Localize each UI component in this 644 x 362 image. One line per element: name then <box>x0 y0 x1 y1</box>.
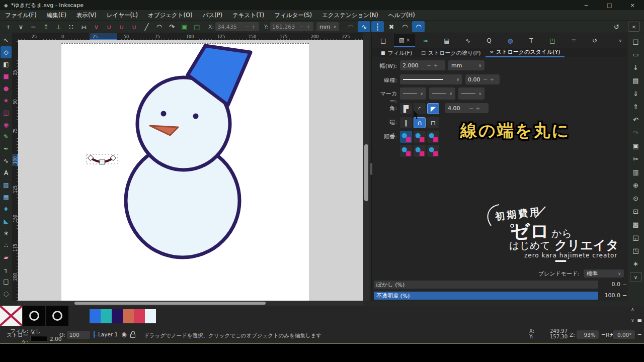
save-button[interactable]: ↓ <box>630 61 642 74</box>
horizontal-scrollbar-thumb[interactable] <box>74 302 266 305</box>
eraser-tool[interactable]: ▰ <box>1 251 12 263</box>
horizontal-scrollbar[interactable] <box>18 301 363 306</box>
marker-end-select[interactable]: ∨ <box>458 87 485 100</box>
fill-value[interactable]: なし <box>30 328 41 335</box>
connector-tool[interactable]: ┐ <box>1 263 12 276</box>
break-node-button[interactable]: − <box>27 21 40 32</box>
menu-item[interactable]: ヘルプ(H) <box>383 10 420 20</box>
snowman-right-eye[interactable] <box>193 114 199 119</box>
y-coordinate-field[interactable]: 161.263 − + <box>270 22 313 31</box>
menu-item[interactable]: フィルター(S) <box>269 10 317 20</box>
snap-options-icon[interactable]: ↺ <box>610 21 623 32</box>
swatches-tab[interactable]: ≈ <box>415 34 436 47</box>
node-tool[interactable]: ◇ <box>1 46 12 58</box>
tab-stroke-style[interactable]: ≍ ストロークのスタイル(Y) <box>486 48 564 57</box>
selector-tool[interactable]: ↖ <box>1 34 12 46</box>
menu-item[interactable]: オブジェクト(O) <box>143 10 198 20</box>
create-clone-button[interactable]: ◱ <box>630 231 642 244</box>
symmetric-node-button[interactable]: ∪ <box>115 21 128 32</box>
paint-bucket-tool[interactable]: ◣ <box>1 215 12 227</box>
corner-node-button[interactable]: ∨ <box>90 21 103 32</box>
join-bevel-button[interactable]: ▛ <box>400 103 412 114</box>
rotation-minus-button[interactable]: − <box>636 331 643 338</box>
pencil-tool[interactable]: ✎ <box>1 131 12 143</box>
color-swatch[interactable] <box>123 309 134 323</box>
menu-item[interactable]: ファイル(F) <box>0 10 42 20</box>
vertical-scrollbar[interactable] <box>363 40 369 301</box>
auto-node-button[interactable]: ∪ <box>128 21 140 32</box>
open-file-button[interactable]: ▭ <box>630 48 642 61</box>
dash-offset-plus-button[interactable]: + <box>489 76 495 83</box>
menu-item[interactable]: 編集(E) <box>42 10 71 20</box>
gradient-tool[interactable]: ▧ <box>1 179 12 191</box>
menu-item[interactable]: レイヤー(L) <box>102 10 143 20</box>
path-effects-tab[interactable]: ∿ <box>457 34 478 47</box>
miter-minus-button[interactable]: − <box>468 105 474 112</box>
tweak-tool[interactable]: ∗ <box>1 227 12 239</box>
color-swatch[interactable] <box>134 309 145 323</box>
zoom-field[interactable]: 93% <box>577 330 599 339</box>
snowman-drawing[interactable] <box>61 44 309 301</box>
copy-button[interactable]: ▣ <box>630 139 642 152</box>
ellipse-tool[interactable]: ● <box>1 82 12 95</box>
cap-butt-button[interactable]: ‖ <box>400 117 412 128</box>
redo-button[interactable]: ↷ <box>630 126 642 139</box>
dash-offset-field[interactable]: 0.00 − + <box>465 74 500 84</box>
transform-nodes-button[interactable]: ✖ <box>385 21 397 32</box>
palette-scroll-down-icon[interactable]: ∨ <box>631 318 634 323</box>
calligraphy-tool[interactable]: ∿ <box>1 155 12 167</box>
menu-item[interactable]: テキスト(T) <box>227 10 269 20</box>
dash-pattern-select[interactable]: ∨ <box>400 74 462 84</box>
stroke-width-field[interactable]: 2.000 − + <box>400 60 445 70</box>
vertical-scrollbar-thumb[interactable] <box>364 144 368 201</box>
align-distribute-tab[interactable]: ≡ <box>563 34 584 47</box>
tab-stroke-paint[interactable]: □ ストロークの塗り(P) <box>417 48 485 57</box>
shape-builder-tool[interactable]: ◧ <box>1 58 12 70</box>
stroke-color-swatch[interactable] <box>30 336 47 341</box>
unit-select[interactable]: mm ∨ <box>316 22 339 31</box>
join-nodes-button[interactable]: ↥ <box>40 21 52 32</box>
marker-mid-select[interactable]: ∨ <box>429 87 455 100</box>
palette-scroll-up-icon[interactable]: ∧ <box>631 307 634 312</box>
snap-toggle-button[interactable]: ∗ <box>630 257 642 270</box>
delete-segment-button[interactable]: ∷ <box>65 21 77 32</box>
color-swatch[interactable] <box>112 309 123 323</box>
dash-offset-minus-button[interactable]: − <box>482 76 489 83</box>
pen-tool[interactable]: ✒ <box>1 143 12 155</box>
more-dialogs-button[interactable]: ∨ <box>614 34 626 47</box>
object-to-path-button[interactable]: ▣ <box>178 21 191 32</box>
marker-start-select[interactable]: ∨ <box>400 87 426 100</box>
color-swatch[interactable] <box>101 309 112 323</box>
add-corners-lpe-button[interactable]: ↷ <box>166 21 178 32</box>
layer-lock-icon[interactable] <box>130 334 135 338</box>
path-node-selected[interactable] <box>100 159 105 164</box>
current-layer-name[interactable]: Layer 1 <box>98 331 118 337</box>
x-plus-button[interactable]: + <box>250 24 257 30</box>
join-with-segment-button[interactable]: ⊥ <box>52 21 65 32</box>
edit-mask-button[interactable]: ◠ <box>412 21 425 32</box>
maximize-button[interactable]: □ <box>598 0 621 10</box>
minimize-button[interactable]: − <box>575 0 598 10</box>
spray-tool[interactable]: ∴ <box>1 239 12 251</box>
cap-square-button[interactable]: ⊓ <box>427 117 439 128</box>
x-minus-button[interactable]: − <box>244 24 250 30</box>
y-plus-button[interactable]: + <box>305 24 311 30</box>
curve-segment-button[interactable]: ◠ <box>153 21 166 32</box>
unset-color-swatch[interactable] <box>46 306 68 326</box>
duplicate-button[interactable]: ▩ <box>630 218 642 231</box>
paint-order-stroke-fill-markers-button[interactable]: ● ■ <box>414 131 426 143</box>
document-page[interactable] <box>61 43 309 301</box>
paste-button[interactable]: ▥ <box>630 165 642 178</box>
spiral-tool[interactable]: ◉ <box>1 119 12 131</box>
miter-plus-button[interactable]: + <box>474 105 481 112</box>
zoom-tool[interactable]: ◌ <box>1 288 12 300</box>
find-replace-tab[interactable]: Q <box>478 34 500 47</box>
paint-order-fill-markers-stroke-button[interactable]: ● ■ <box>400 145 412 157</box>
close-dialog-icon[interactable]: × <box>406 37 410 43</box>
import-button[interactable]: ⇓ <box>630 87 642 100</box>
blend-mode-select[interactable]: 標準 ∨ <box>584 269 624 278</box>
x-coordinate-field[interactable]: 34.435 − + <box>215 22 259 31</box>
color-swatch[interactable] <box>145 309 156 323</box>
box3d-tool[interactable]: ◫ <box>1 107 12 119</box>
export-button[interactable]: ⇑ <box>630 100 642 113</box>
